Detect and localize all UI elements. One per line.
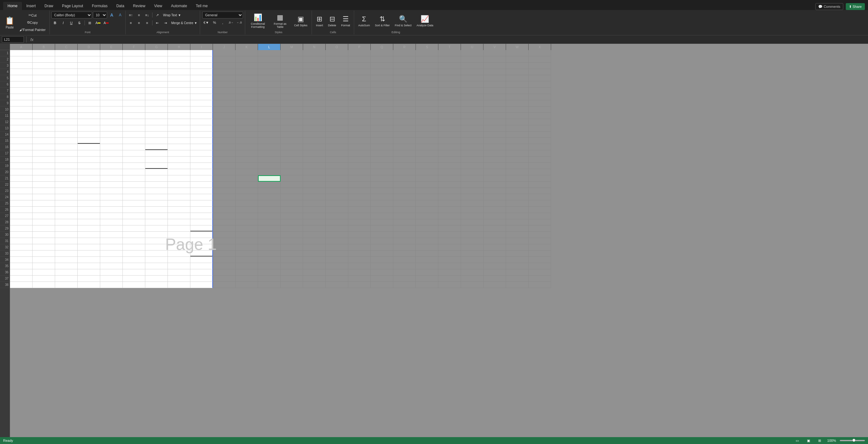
grid-cell[interactable]	[33, 251, 55, 257]
row-num-10[interactable]: 10	[0, 106, 10, 113]
grid-cell[interactable]	[416, 225, 438, 232]
grid-cell[interactable]	[281, 238, 303, 244]
tab-draw[interactable]: Draw	[40, 2, 58, 10]
grid-cell[interactable]	[303, 225, 326, 232]
grid-cell[interactable]	[168, 88, 190, 94]
col-header-k[interactable]: K	[236, 44, 258, 50]
grid-cell[interactable]	[326, 213, 348, 219]
grid-cell[interactable]	[78, 75, 100, 82]
grid-cell[interactable]	[78, 219, 100, 225]
grid-cell[interactable]	[393, 94, 416, 100]
grid-cell[interactable]	[303, 176, 326, 182]
grid-cell[interactable]	[168, 69, 190, 75]
grid-cell[interactable]	[529, 188, 551, 194]
grid-cell[interactable]	[10, 219, 33, 225]
grid-cell[interactable]	[236, 50, 258, 56]
grid-cell[interactable]	[393, 213, 416, 219]
grid-cell[interactable]	[303, 200, 326, 207]
grid-cell[interactable]	[10, 119, 33, 125]
grid-cell[interactable]	[281, 163, 303, 169]
grid-cell[interactable]	[461, 251, 484, 257]
grid-cell[interactable]	[348, 88, 371, 94]
grid-cell[interactable]	[55, 119, 78, 125]
grid-cell[interactable]	[10, 125, 33, 131]
grid-cell[interactable]	[393, 113, 416, 119]
grid-cell[interactable]	[78, 69, 100, 75]
underline-button[interactable]: U	[68, 20, 75, 26]
row-num-32[interactable]: 32	[0, 244, 10, 251]
grid-cell[interactable]	[190, 207, 213, 213]
col-header-t[interactable]: T	[438, 44, 461, 50]
grid-cell[interactable]	[371, 88, 393, 94]
grid-cell[interactable]	[10, 50, 33, 56]
formula-input[interactable]	[36, 38, 866, 41]
grid-cell[interactable]	[236, 200, 258, 207]
grid-cell[interactable]	[236, 257, 258, 263]
grid-cell[interactable]	[236, 207, 258, 213]
analyze-data-button[interactable]: 📈 Analyze Data	[414, 10, 435, 32]
grid-cell[interactable]	[123, 213, 145, 219]
grid-cell[interactable]	[100, 244, 123, 251]
number-format-dropdown[interactable]: General	[202, 11, 243, 19]
grid-cell[interactable]	[348, 157, 371, 163]
grid-cell[interactable]	[348, 244, 371, 251]
grid-cell[interactable]	[438, 232, 461, 238]
grid-cell[interactable]	[461, 182, 484, 188]
grid-cell[interactable]	[484, 69, 506, 75]
grid-cell[interactable]	[145, 213, 168, 219]
comments-button[interactable]: 💬 Comments	[815, 3, 843, 10]
grid-cell[interactable]	[371, 125, 393, 131]
grid-cell[interactable]	[213, 269, 236, 276]
grid-cell[interactable]	[145, 150, 168, 157]
grid-cell[interactable]	[100, 213, 123, 219]
grid-cell[interactable]	[33, 150, 55, 157]
grid-cell[interactable]	[236, 163, 258, 169]
grid-cell[interactable]	[10, 176, 33, 182]
grid-cell[interactable]	[78, 100, 100, 106]
grid-cell[interactable]	[484, 238, 506, 244]
grid-cell[interactable]	[371, 176, 393, 182]
grid-cell[interactable]	[33, 257, 55, 263]
grid-cell[interactable]	[393, 75, 416, 82]
grid-cell[interactable]	[371, 94, 393, 100]
grid-cell[interactable]	[258, 94, 281, 100]
grid-cell[interactable]	[190, 106, 213, 113]
grid-cell[interactable]	[506, 94, 529, 100]
grid-cell[interactable]	[190, 213, 213, 219]
grid-cell[interactable]	[484, 125, 506, 131]
delete-button[interactable]: ⊟ Delete	[326, 10, 338, 32]
grid-cell[interactable]	[55, 244, 78, 251]
grid-cell[interactable]	[236, 157, 258, 163]
row-num-5[interactable]: 5	[0, 75, 10, 82]
grid-cell[interactable]	[258, 150, 281, 157]
grid-cell[interactable]	[461, 225, 484, 232]
grid-cell[interactable]	[190, 113, 213, 119]
grid-cell[interactable]	[123, 131, 145, 138]
grid-cell[interactable]	[438, 106, 461, 113]
grid-cell[interactable]	[393, 50, 416, 56]
row-num-7[interactable]: 7	[0, 88, 10, 94]
merge-center-button[interactable]: Merge & Centre ▼	[170, 20, 198, 26]
find-select-button[interactable]: 🔍 Find & Select	[393, 10, 414, 32]
grid-cell[interactable]	[393, 82, 416, 88]
grid-cell[interactable]	[55, 263, 78, 269]
grid-cell[interactable]	[258, 106, 281, 113]
grid-cell[interactable]	[348, 213, 371, 219]
grid-cell[interactable]	[55, 182, 78, 188]
col-header-g[interactable]: G	[145, 44, 168, 50]
grid-cell[interactable]	[416, 194, 438, 200]
grid-cell[interactable]	[123, 150, 145, 157]
increase-decimal-button[interactable]: .0→	[227, 19, 235, 26]
col-header-b[interactable]: B	[33, 44, 55, 50]
grid-cell[interactable]	[529, 50, 551, 56]
grid-cell[interactable]	[484, 219, 506, 225]
grid-cell[interactable]	[416, 131, 438, 138]
grid-cell[interactable]	[393, 207, 416, 213]
grid-cell[interactable]	[78, 119, 100, 125]
format-button[interactable]: ☰ Format	[339, 10, 352, 32]
row-num-21[interactable]: 21	[0, 176, 10, 182]
row-num-35[interactable]: 35	[0, 263, 10, 269]
grid-cell[interactable]	[438, 276, 461, 282]
row-num-19[interactable]: 19	[0, 163, 10, 169]
grid-cell[interactable]	[190, 50, 213, 56]
